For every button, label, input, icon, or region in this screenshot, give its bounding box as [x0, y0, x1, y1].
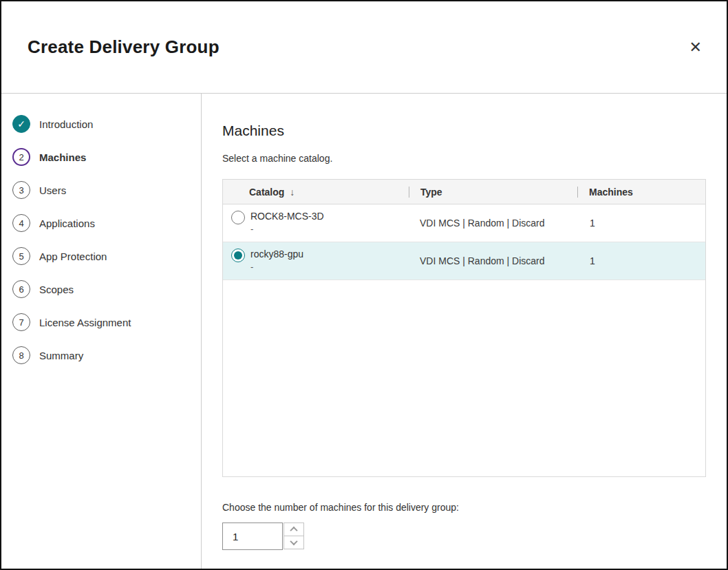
- column-divider: [577, 187, 578, 198]
- step-completed-check-icon: ✓: [12, 115, 30, 133]
- wizard-steps-sidebar: ✓ Introduction 2 Machines 3 Users 4 Appl…: [1, 94, 202, 569]
- instruction-text: Select a machine catalog.: [222, 153, 706, 164]
- decrement-button[interactable]: [283, 536, 304, 549]
- catalog-name: rocky88-gpu: [250, 248, 303, 261]
- step-number: 4: [12, 214, 30, 232]
- machine-count-cell: 1: [577, 242, 705, 279]
- catalog-type-cell: VDI MCS | Random | Discard: [409, 204, 577, 242]
- column-header-catalog[interactable]: Catalog ↓: [223, 180, 409, 204]
- dialog-header: Create Delivery Group ✕: [1, 1, 727, 94]
- step-label: Users: [39, 184, 66, 196]
- step-license-assignment[interactable]: 7 License Assignment: [12, 306, 201, 339]
- step-summary[interactable]: 8 Summary: [12, 339, 201, 372]
- catalog-cell: rocky88-gpu -: [223, 242, 409, 279]
- column-header-machines: Machines: [577, 180, 705, 204]
- step-users[interactable]: 3 Users: [12, 173, 201, 207]
- column-label: Catalog: [249, 187, 284, 198]
- column-label: Type: [420, 187, 442, 198]
- step-introduction[interactable]: ✓ Introduction: [12, 107, 201, 140]
- page-title: Machines: [222, 123, 706, 139]
- machine-count-stepper: [222, 522, 706, 550]
- chevron-down-icon: [290, 538, 297, 545]
- step-number: 8: [12, 346, 30, 364]
- machines-panel: Machines Select a machine catalog. Catal…: [202, 94, 727, 569]
- step-label: Scopes: [39, 284, 74, 295]
- step-number: 5: [12, 247, 30, 265]
- column-divider: [409, 187, 409, 198]
- step-label: License Assignment: [39, 317, 131, 328]
- column-header-type: Type: [409, 180, 577, 204]
- step-number: 2: [12, 148, 30, 166]
- step-label: Introduction: [39, 118, 93, 130]
- step-number: 7: [12, 313, 30, 331]
- step-label: Applications: [39, 218, 95, 229]
- dialog-title: Create Delivery Group: [28, 36, 220, 58]
- increment-button[interactable]: [283, 522, 304, 536]
- step-app-protection[interactable]: 5 App Protection: [12, 240, 201, 273]
- catalog-name: ROCK8-MCS-3D: [250, 210, 324, 223]
- table-row-rock8-mcs-3d[interactable]: ROCK8-MCS-3D - VDI MCS | Random | Discar…: [223, 204, 705, 242]
- dialog-body: ✓ Introduction 2 Machines 3 Users 4 Appl…: [1, 94, 727, 569]
- machine-count-label: Choose the number of machines for this d…: [222, 502, 706, 513]
- table-empty-area: [223, 280, 705, 476]
- catalog-type-cell: VDI MCS | Random | Discard: [409, 242, 577, 279]
- step-scopes[interactable]: 6 Scopes: [12, 273, 201, 306]
- chevron-up-icon: [290, 527, 297, 534]
- create-delivery-group-dialog: Create Delivery Group ✕ ✓ Introduction 2…: [0, 0, 728, 570]
- machine-count-input[interactable]: [222, 522, 283, 550]
- column-label: Machines: [589, 187, 633, 198]
- radio-selected[interactable]: [231, 249, 245, 262]
- table-row-rocky88-gpu[interactable]: rocky88-gpu - VDI MCS | Random | Discard…: [223, 242, 705, 280]
- sort-descending-icon: ↓: [290, 187, 295, 198]
- step-label: Summary: [39, 350, 83, 361]
- machine-count-section: Choose the number of machines for this d…: [222, 502, 706, 550]
- table-header: Catalog ↓ Type Machines: [223, 180, 705, 204]
- catalog-detail: -: [250, 261, 303, 273]
- close-icon: ✕: [689, 39, 702, 56]
- step-applications[interactable]: 4 Applications: [12, 207, 201, 240]
- catalog-detail: -: [250, 223, 324, 235]
- step-label: App Protection: [39, 251, 107, 262]
- step-label: Machines: [39, 151, 86, 163]
- machine-count-cell: 1: [577, 204, 705, 242]
- close-button[interactable]: ✕: [685, 36, 706, 59]
- radio-unselected[interactable]: [231, 211, 245, 224]
- step-machines[interactable]: 2 Machines: [12, 140, 201, 173]
- step-number: 3: [12, 181, 30, 199]
- machine-catalog-table: Catalog ↓ Type Machines: [222, 179, 706, 477]
- step-number: 6: [12, 280, 30, 298]
- catalog-cell: ROCK8-MCS-3D -: [223, 204, 409, 242]
